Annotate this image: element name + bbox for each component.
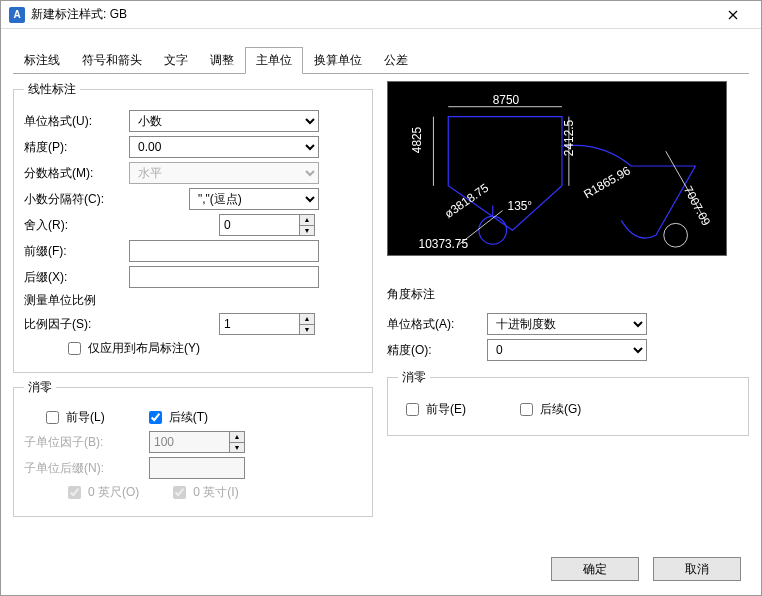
svg-text:7007.09: 7007.09 — [681, 184, 714, 229]
scale-factor-input[interactable] — [219, 313, 299, 335]
svg-text:4825: 4825 — [410, 126, 424, 153]
precision-label: 精度(P): — [24, 139, 129, 156]
spin-up-icon: ▲ — [230, 432, 244, 443]
subfactor-spinner: ▲▼ — [149, 431, 245, 453]
decimal-sep-select[interactable]: ","(逗点) — [189, 188, 319, 210]
angle-precision-select[interactable]: 0 — [487, 339, 647, 361]
fraction-format-label: 分数格式(M): — [24, 165, 129, 182]
trailing-checkbox[interactable]: 后续(T) — [145, 408, 208, 427]
zero-suppress-group: 消零 前导(L) 后续(T) 子单位因子(B): ▲▼ 子单位后缀(N): — [13, 379, 373, 517]
tab-tolerance[interactable]: 公差 — [373, 47, 419, 74]
round-spinner[interactable]: ▲▼ — [219, 214, 315, 236]
tab-primary-units[interactable]: 主单位 — [245, 47, 303, 74]
cancel-button[interactable]: 取消 — [653, 557, 741, 581]
angle-legend: 角度标注 — [387, 286, 749, 303]
angle-unit-label: 单位格式(A): — [387, 316, 487, 333]
close-icon — [728, 10, 738, 20]
svg-text:10373.75: 10373.75 — [419, 237, 469, 251]
angle-zero-group: 消零 前导(E) 后续(G) — [387, 369, 749, 436]
spin-up-icon[interactable]: ▲ — [300, 314, 314, 325]
app-icon: A — [9, 7, 25, 23]
angle-precision-label: 精度(O): — [387, 342, 487, 359]
svg-point-8 — [664, 223, 688, 247]
dialog-window: A 新建标注样式: GB 标注线 符号和箭头 文字 调整 主单位 换算单位 公差… — [0, 0, 762, 596]
layout-only-checkbox[interactable]: 仅应用到布局标注(Y) — [64, 339, 200, 358]
svg-point-1 — [479, 216, 507, 244]
feet-checkbox: 0 英尺(O) — [64, 483, 139, 502]
unit-format-select[interactable]: 小数 — [129, 110, 319, 132]
ok-button[interactable]: 确定 — [551, 557, 639, 581]
spin-up-icon[interactable]: ▲ — [300, 215, 314, 226]
spin-down-icon: ▼ — [230, 443, 244, 453]
tab-bar: 标注线 符号和箭头 文字 调整 主单位 换算单位 公差 — [1, 29, 761, 74]
tab-text[interactable]: 文字 — [153, 47, 199, 74]
svg-text:135°: 135° — [508, 200, 533, 214]
subfactor-input — [149, 431, 229, 453]
linear-legend: 线性标注 — [24, 81, 80, 98]
prefix-label: 前缀(F): — [24, 243, 129, 260]
angle-trailing-checkbox[interactable]: 后续(G) — [516, 400, 581, 419]
angle-zero-legend: 消零 — [398, 369, 430, 386]
scale-factor-spinner[interactable]: ▲▼ — [219, 313, 315, 335]
fraction-format-select: 水平 — [129, 162, 319, 184]
preview-pane: 8750 4825 2412.5 R1865.96 ø3818.75 135° … — [387, 81, 727, 256]
subsuffix-label: 子单位后缀(N): — [24, 460, 149, 477]
round-label: 舍入(R): — [24, 217, 129, 234]
angle-leading-checkbox[interactable]: 前导(E) — [402, 400, 466, 419]
round-input[interactable] — [219, 214, 299, 236]
decimal-sep-label: 小数分隔符(C): — [24, 191, 129, 208]
spin-down-icon[interactable]: ▼ — [300, 325, 314, 335]
leading-checkbox[interactable]: 前导(L) — [42, 408, 105, 427]
svg-text:2412.5: 2412.5 — [562, 119, 576, 156]
tab-symbols[interactable]: 符号和箭头 — [71, 47, 153, 74]
angle-unit-select[interactable]: 十进制度数 — [487, 313, 647, 335]
precision-select[interactable]: 0.00 — [129, 136, 319, 158]
prefix-input[interactable] — [129, 240, 319, 262]
linear-group: 线性标注 单位格式(U): 小数 精度(P): 0.00 分数格式(M): 水平… — [13, 81, 373, 373]
spin-down-icon[interactable]: ▼ — [300, 226, 314, 236]
suffix-input[interactable] — [129, 266, 319, 288]
subsuffix-input — [149, 457, 245, 479]
svg-text:8750: 8750 — [493, 93, 520, 107]
tab-alt-units[interactable]: 换算单位 — [303, 47, 373, 74]
unit-format-label: 单位格式(U): — [24, 113, 129, 130]
scale-legend: 测量单位比例 — [24, 292, 362, 309]
tab-fit[interactable]: 调整 — [199, 47, 245, 74]
suffix-label: 后缀(X): — [24, 269, 129, 286]
svg-marker-0 — [448, 117, 562, 231]
titlebar: A 新建标注样式: GB — [1, 1, 761, 29]
inch-checkbox: 0 英寸(I) — [169, 483, 238, 502]
close-button[interactable] — [713, 1, 753, 29]
zero-legend: 消零 — [24, 379, 56, 396]
svg-text:R1865.96: R1865.96 — [581, 163, 633, 201]
scale-factor-label: 比例因子(S): — [24, 316, 134, 333]
window-title: 新建标注样式: GB — [31, 6, 713, 23]
tab-dimline[interactable]: 标注线 — [13, 47, 71, 74]
subfactor-label: 子单位因子(B): — [24, 434, 149, 451]
